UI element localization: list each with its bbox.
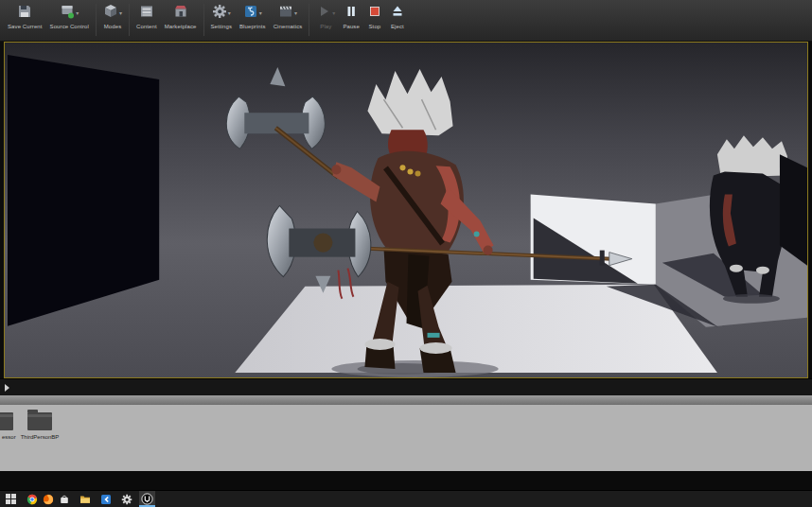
- toolbar-button-label: Cinematics: [274, 24, 303, 29]
- content-button[interactable]: Content: [132, 3, 161, 30]
- cinematics-button[interactable]: ▾ Cinematics: [270, 3, 307, 30]
- toolbar-button-label: Marketplace: [165, 24, 197, 29]
- stop-icon: [367, 4, 382, 23]
- dropdown-caret-icon: ▾: [228, 10, 231, 16]
- toolbar-button-label: Content: [136, 24, 157, 29]
- play-button: ▾ Play: [312, 3, 339, 30]
- dropdown-caret-icon: ▾: [259, 10, 262, 16]
- toolbar-button-label: Pause: [343, 24, 360, 29]
- folder-item[interactable]: essor: [0, 409, 15, 440]
- play-icon: [316, 4, 331, 23]
- left-dark-wall: [8, 55, 159, 326]
- firefox-icon[interactable]: [40, 491, 56, 507]
- viewport-scene: [5, 43, 807, 377]
- folder-icon: [27, 412, 52, 430]
- main-toolbar: Save Current ▾ Source Control ▾ Modes Co…: [0, 0, 812, 42]
- modes-icon: [103, 4, 118, 23]
- save-icon: [17, 4, 32, 23]
- folder-item-thirdpersonbp[interactable]: ThirdPersonBP: [17, 409, 62, 440]
- toolbar-button-label: Modes: [104, 24, 122, 29]
- marketplace-button[interactable]: Marketplace: [161, 3, 201, 30]
- store-icon[interactable]: [56, 491, 72, 507]
- eject-button[interactable]: Eject: [386, 3, 409, 30]
- toolbar-button-label: Save Current: [8, 24, 43, 29]
- taskbar: [0, 490, 812, 507]
- unreal-engine-icon[interactable]: [139, 491, 155, 507]
- status-strip: [0, 378, 812, 395]
- source-control-icon: [60, 4, 75, 23]
- marketplace-icon: [173, 4, 188, 23]
- blueprints-button[interactable]: ▾ Blueprints: [236, 3, 270, 30]
- viewport[interactable]: [4, 42, 808, 378]
- toolbar-button-label: Source Control: [50, 24, 89, 29]
- stop-button[interactable]: Stop: [363, 3, 386, 30]
- cinematics-icon: [278, 4, 293, 23]
- chrome-icon[interactable]: [24, 491, 40, 507]
- content-browser: essor ThirdPersonBP: [0, 405, 812, 471]
- folder-icon: [0, 412, 13, 430]
- settings-button[interactable]: ▾ Settings: [207, 3, 236, 30]
- unreal-editor-window: Save Current ▾ Source Control ▾ Modes Co…: [0, 0, 812, 507]
- dropdown-caret-icon: ▾: [76, 10, 79, 16]
- toolbar-separator: [203, 4, 204, 36]
- folder-label: ThirdPersonBP: [17, 434, 62, 440]
- expand-arrow-icon[interactable]: [5, 384, 9, 392]
- modes-button[interactable]: ▾ Modes: [99, 3, 126, 30]
- dropdown-caret-icon: ▾: [332, 10, 335, 16]
- code-app-icon[interactable]: [97, 491, 114, 507]
- toolbar-button-label: Play: [320, 24, 331, 29]
- save-current-button[interactable]: Save Current: [4, 3, 46, 30]
- toolbar-button-label: Blueprints: [239, 24, 266, 29]
- folder-label: essor: [2, 434, 15, 440]
- toolbar-button-label: Settings: [211, 24, 232, 29]
- file-explorer-icon[interactable]: [77, 491, 93, 507]
- toolbar-separator: [96, 4, 97, 36]
- pause-icon: [344, 4, 359, 23]
- source-control-button[interactable]: ▾ Source Control: [46, 3, 93, 30]
- pause-button[interactable]: Pause: [339, 3, 363, 30]
- toolbar-separator: [309, 4, 309, 36]
- window-gap: [0, 471, 812, 490]
- toolbar-button-label: Stop: [369, 24, 381, 29]
- eject-icon: [390, 4, 405, 23]
- blueprints-icon: [243, 4, 258, 23]
- toolbar-button-label: Eject: [391, 24, 404, 29]
- settings-gear-icon[interactable]: [118, 491, 134, 507]
- gear-icon: [212, 4, 227, 23]
- content-browser-icon: [139, 4, 154, 23]
- start-menu-icon[interactable]: [3, 491, 19, 507]
- content-browser-divider: [0, 395, 812, 405]
- dropdown-caret-icon: ▾: [294, 10, 297, 16]
- dropdown-caret-icon: ▾: [119, 10, 122, 16]
- toolbar-separator: [129, 4, 130, 36]
